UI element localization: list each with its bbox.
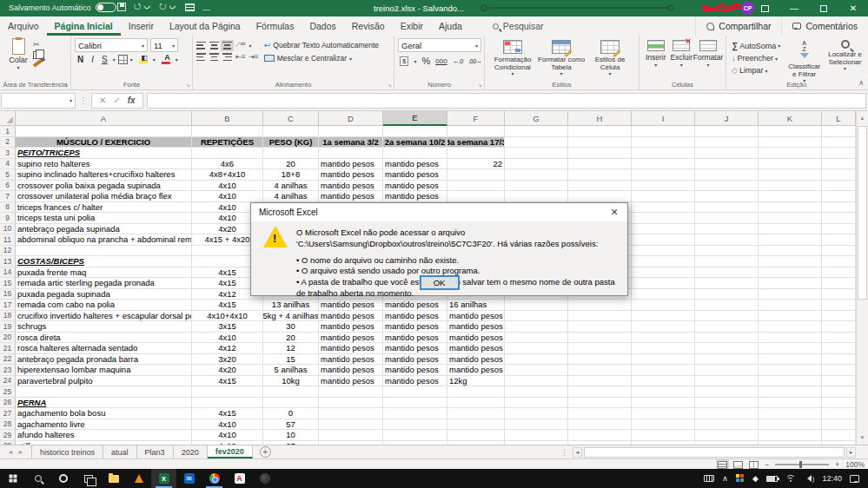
cell[interactable] xyxy=(632,181,695,192)
cell-A19[interactable]: schrugs xyxy=(16,321,192,333)
cell-A11[interactable]: abdominal obliquo na prancha + abdominal… xyxy=(16,234,192,246)
cell[interactable] xyxy=(568,300,632,311)
page-layout-view-icon[interactable] xyxy=(733,461,743,469)
scroll-left-icon[interactable]: ◄ xyxy=(573,447,582,458)
cell-B3[interactable] xyxy=(192,148,263,159)
cell[interactable] xyxy=(759,126,822,137)
select-all-corner[interactable] xyxy=(0,111,16,126)
cell[interactable] xyxy=(505,343,568,354)
column-header-L[interactable]: L xyxy=(822,111,856,126)
cell-D22[interactable]: mantido pesos xyxy=(319,354,383,366)
tray-kbd-icon[interactable] xyxy=(704,475,714,482)
row-header-24[interactable]: 24 xyxy=(0,376,16,387)
cell[interactable] xyxy=(695,224,759,235)
cell[interactable] xyxy=(632,321,695,333)
taskbar-explorer-icon[interactable] xyxy=(101,469,126,488)
cell[interactable] xyxy=(822,181,856,192)
cell[interactable] xyxy=(822,169,856,181)
cell[interactable] xyxy=(695,267,759,279)
cell-C29[interactable]: 10 xyxy=(263,430,319,441)
ribbon-display-options-icon[interactable] xyxy=(750,0,779,16)
column-header-H[interactable]: H xyxy=(568,111,632,126)
cell[interactable] xyxy=(695,159,759,170)
align-right-icon[interactable] xyxy=(222,53,232,61)
confirm-entry-icon[interactable]: ✓ xyxy=(113,96,120,105)
find-select-button[interactable]: Localizar e Selecionar▾ xyxy=(826,38,864,84)
cell[interactable] xyxy=(822,278,856,289)
row-header-12[interactable]: 12 xyxy=(0,246,16,257)
row-header-15[interactable]: 15 xyxy=(0,278,16,289)
cell-A25[interactable] xyxy=(16,386,192,398)
cell[interactable] xyxy=(505,333,568,344)
cell-F25[interactable] xyxy=(447,386,505,398)
cell[interactable] xyxy=(695,191,759,202)
cell-B2[interactable]: REPETIÇÕES xyxy=(192,137,263,148)
cell[interactable] xyxy=(695,311,759,322)
row-header-28[interactable]: 28 xyxy=(0,419,16,431)
cell-styles-button[interactable]: Estilos de Célula▾ xyxy=(586,38,634,80)
cell-B26[interactable] xyxy=(192,398,263,409)
row-header-11[interactable]: 11 xyxy=(0,234,16,246)
cell-A14[interactable]: puxada frente maq xyxy=(16,267,192,279)
font-name-select[interactable]: Calibri▾ xyxy=(75,38,148,52)
row-header-22[interactable]: 22 xyxy=(0,354,16,366)
cell[interactable] xyxy=(632,376,695,387)
cell-C22[interactable]: 15 xyxy=(263,354,319,366)
save-icon[interactable] xyxy=(117,3,126,11)
sheet-tab-atual[interactable]: atual xyxy=(103,445,137,458)
column-header-I[interactable]: I xyxy=(632,111,695,126)
cell[interactable] xyxy=(759,181,822,192)
taskbar-acrobat-icon[interactable]: A xyxy=(227,469,252,488)
cell-F27[interactable] xyxy=(447,408,505,419)
row-header-9[interactable]: 9 xyxy=(0,213,16,224)
underline-button[interactable]: S xyxy=(99,55,110,64)
cell[interactable] xyxy=(822,234,856,246)
cell[interactable] xyxy=(822,191,856,202)
cell-F17[interactable]: 16 anilhas xyxy=(447,300,505,311)
cell[interactable] xyxy=(822,246,856,257)
column-header-K[interactable]: K xyxy=(759,111,822,126)
cell[interactable] xyxy=(505,169,568,181)
cell-E24[interactable]: mantido pesos xyxy=(383,376,447,387)
share-button[interactable]: Compartilhar xyxy=(695,16,781,36)
cell[interactable] xyxy=(759,224,822,235)
cell-A7[interactable]: crossover unilateral polia média braço f… xyxy=(16,191,192,202)
cell[interactable] xyxy=(505,311,568,322)
cell[interactable] xyxy=(759,386,822,398)
cell-A8[interactable]: triceps frances c/ halter xyxy=(16,202,192,214)
cell[interactable] xyxy=(568,398,632,409)
cell-A15[interactable]: remada artic sterling pegada pronada xyxy=(16,278,192,289)
cell[interactable] xyxy=(759,365,822,376)
cell-D6[interactable]: mantido pesos xyxy=(319,181,383,192)
cell[interactable] xyxy=(822,126,856,137)
cell[interactable] xyxy=(759,148,822,159)
fill-color-icon[interactable]: ◧ xyxy=(136,56,150,63)
ribbon-tab-exibir[interactable]: Exibir xyxy=(393,16,431,36)
cell[interactable] xyxy=(759,354,822,366)
ribbon-tab-revis-o[interactable]: Revisão xyxy=(344,16,393,36)
cell-D4[interactable]: mantido pesos xyxy=(319,159,383,170)
sheet-nav-right-icon[interactable]: ▸ xyxy=(19,448,23,456)
cell[interactable] xyxy=(505,386,568,398)
column-header-J[interactable]: J xyxy=(695,111,759,126)
cell-E25[interactable] xyxy=(383,386,447,398)
cell-F20[interactable]: mantido pesos xyxy=(447,333,505,344)
cell-D3[interactable] xyxy=(319,148,383,159)
percent-style-icon[interactable]: % xyxy=(421,56,430,66)
cell-C25[interactable] xyxy=(263,386,319,398)
autosum-button[interactable]: ∑ AutoSoma ▾ xyxy=(730,40,782,51)
cell-C6[interactable]: 4 anilhas xyxy=(263,181,319,192)
scroll-down-icon[interactable]: ▼ xyxy=(857,432,868,444)
zoom-in-icon[interactable]: + xyxy=(835,460,839,469)
minimize-button[interactable]: — xyxy=(779,0,809,16)
ribbon-tab-inserir[interactable]: Inserir xyxy=(121,16,162,36)
cell[interactable] xyxy=(632,354,695,366)
row-header-6[interactable]: 6 xyxy=(0,181,16,192)
row-header-19[interactable]: 19 xyxy=(0,321,16,333)
cell-A4[interactable]: supino reto halteres xyxy=(16,159,192,170)
cell[interactable] xyxy=(695,300,759,311)
cell[interactable] xyxy=(505,365,568,376)
font-dialog-launcher[interactable]: ↘ xyxy=(186,82,190,88)
cell[interactable] xyxy=(759,430,822,441)
cut-icon[interactable]: ✂ xyxy=(33,40,42,49)
